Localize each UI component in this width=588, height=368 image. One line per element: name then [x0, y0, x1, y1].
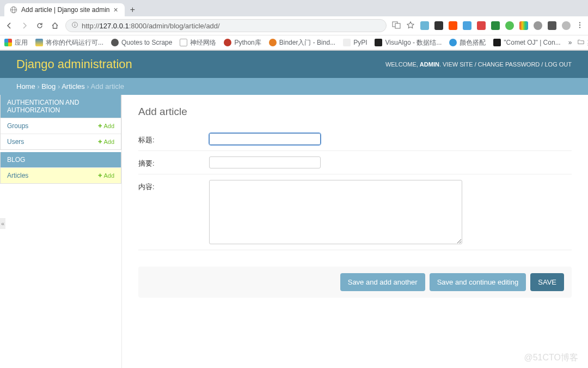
ext-icon-8[interactable]: [519, 21, 528, 30]
textarea-content[interactable]: [209, 180, 462, 244]
puzzle-icon[interactable]: [548, 21, 556, 30]
back-icon[interactable]: [4, 21, 14, 31]
change-password-link[interactable]: CHANGE PASSWORD: [478, 61, 540, 68]
ext-icon-2[interactable]: [434, 21, 443, 30]
home-icon[interactable]: [50, 21, 60, 31]
sidebar: AUTHENTICATION AND AUTHORIZATION Groups …: [0, 95, 122, 368]
avatar-icon[interactable]: [562, 21, 571, 30]
save-continue-button[interactable]: [430, 273, 526, 291]
bookmark-7[interactable]: 颜色搭配: [449, 38, 486, 47]
star-icon[interactable]: [406, 21, 415, 31]
bookmark-3[interactable]: Python库: [224, 38, 261, 47]
ext-icon-4[interactable]: [463, 21, 471, 30]
reload-icon[interactable]: [35, 21, 45, 31]
content: Add article 标题: 摘要: 内容:: [122, 95, 588, 368]
new-tab-button[interactable]: +: [125, 5, 140, 15]
admin-header: Django administration WELCOME, ADMIN. VI…: [0, 51, 588, 78]
sidebar-collapse-handle[interactable]: «: [0, 218, 5, 229]
svg-point-9: [579, 24, 580, 25]
forward-icon[interactable]: [20, 21, 29, 31]
app-auth-header[interactable]: AUTHENTICATION AND AUTHORIZATION: [1, 95, 121, 118]
row-title: 标题:: [138, 128, 572, 151]
ext-icon-3[interactable]: [449, 21, 457, 30]
globe-icon: [10, 6, 17, 14]
admin-body: AUTHENTICATION AND AUTHORIZATION Groups …: [0, 95, 588, 368]
add-user-link[interactable]: Add: [98, 138, 114, 145]
app-auth: AUTHENTICATION AND AUTHORIZATION Groups …: [0, 95, 121, 150]
model-articles[interactable]: Articles Add: [1, 168, 121, 183]
bookmarks-overflow[interactable]: »: [568, 39, 572, 46]
bookmarks-bar: 应用 将你的代码运行可... Quotes to Scrape 神经网络 Pyt…: [0, 35, 588, 50]
logout-link[interactable]: LOG OUT: [544, 61, 572, 68]
ext-icon-1[interactable]: [420, 21, 429, 30]
model-groups[interactable]: Groups Add: [1, 118, 121, 134]
watermark: @51CTO博客: [524, 352, 578, 364]
input-summary[interactable]: [209, 156, 321, 168]
ext-icon-5[interactable]: [477, 21, 486, 30]
bookmark-2[interactable]: 神经网络: [180, 38, 216, 47]
crumb-current: Add article: [91, 82, 124, 91]
label-title: 标题:: [138, 133, 209, 145]
bookmark-1[interactable]: Quotes to Scrape: [111, 39, 172, 46]
row-content: 内容:: [138, 174, 572, 250]
browser-chrome: Add article | Django site admin × + http…: [0, 0, 588, 51]
browser-tab[interactable]: Add article | Django site admin ×: [4, 3, 125, 16]
folder-icon: [577, 38, 585, 47]
address-bar: http://127.0.0.1:8000/admin/blog/article…: [0, 16, 588, 35]
add-article-link[interactable]: Add: [98, 172, 114, 179]
row-summary: 摘要:: [138, 151, 572, 174]
svg-point-8: [579, 22, 580, 23]
user-tools: WELCOME, ADMIN. VIEW SITE / CHANGE PASSW…: [385, 61, 572, 68]
translate-icon[interactable]: [392, 21, 401, 31]
bookmark-4[interactable]: Binder入门 - Bind...: [269, 38, 335, 47]
submit-row: [138, 267, 572, 298]
bookmark-6[interactable]: VisuAlgo - 数据结...: [375, 38, 442, 47]
page-title: Add article: [138, 106, 572, 118]
svg-point-4: [75, 23, 75, 23]
ext-icon-9[interactable]: [534, 21, 542, 30]
app-blog-header[interactable]: BLOG: [1, 152, 121, 168]
site-title: Django administration: [16, 57, 132, 71]
crumb-model[interactable]: Articles: [62, 82, 85, 91]
view-site-link[interactable]: VIEW SITE: [443, 61, 473, 68]
svg-rect-7: [395, 23, 400, 28]
label-summary: 摘要:: [138, 156, 209, 168]
input-title[interactable]: [209, 133, 321, 145]
bookmark-8[interactable]: "Comet OJ" | Con...: [493, 39, 560, 46]
crumb-home[interactable]: Home: [16, 82, 35, 91]
breadcrumb: Home › Blog › Articles › Add article: [0, 78, 588, 95]
url-text: http://127.0.0.1:8000/admin/blog/article…: [82, 22, 220, 30]
tab-title: Add article | Django site admin: [21, 6, 110, 14]
tab-bar: Add article | Django site admin × +: [0, 0, 588, 16]
toolbar-icons: [392, 21, 584, 31]
svg-point-10: [579, 27, 580, 28]
crumb-app[interactable]: Blog: [41, 82, 56, 91]
label-content: 内容:: [138, 180, 209, 192]
save-add-another-button[interactable]: [340, 273, 425, 291]
add-group-link[interactable]: Add: [98, 123, 114, 129]
app-blog: BLOG Articles Add: [0, 152, 121, 184]
apps-button[interactable]: 应用: [4, 38, 28, 47]
url-input[interactable]: http://127.0.0.1:8000/admin/blog/article…: [65, 19, 387, 32]
username: ADMIN: [420, 61, 439, 68]
ext-icon-6[interactable]: [491, 21, 500, 30]
admin-panel: Django administration WELCOME, ADMIN. VI…: [0, 51, 588, 368]
other-bookmarks[interactable]: 其他书签: [577, 38, 588, 47]
bookmark-0[interactable]: 将你的代码运行可...: [35, 38, 103, 47]
bookmark-5[interactable]: PyPI: [343, 39, 367, 46]
close-icon[interactable]: ×: [114, 6, 118, 14]
ext-icon-7[interactable]: [505, 21, 514, 30]
menu-icon[interactable]: [576, 21, 584, 31]
info-icon: [71, 21, 78, 30]
save-button[interactable]: [530, 273, 564, 291]
model-users[interactable]: Users Add: [1, 134, 121, 149]
